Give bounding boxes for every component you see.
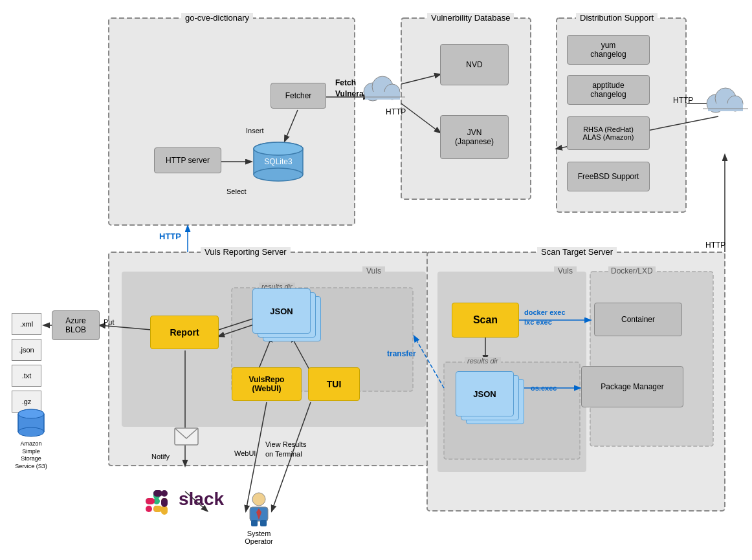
svg-rect-73: [251, 520, 258, 526]
http-server-component: HTTP server: [154, 147, 221, 173]
sqlite3-component: SQLite3: [251, 141, 305, 182]
svg-rect-62: [146, 506, 152, 512]
http-reporting-label: HTTP: [159, 232, 181, 241]
jvn-component: JVN (Japanese): [440, 115, 509, 159]
apptitude-changelog: apptitude changelog: [567, 75, 650, 105]
slack-logo: [139, 480, 178, 521]
scan-target-server-label: Scan Target Server: [537, 247, 617, 257]
svg-line-16: [100, 325, 151, 330]
svg-point-38: [254, 168, 303, 181]
svg-rect-9: [590, 272, 713, 446]
vulsrepo-component: VulsRepo (WebUI): [232, 367, 302, 401]
yum-changelog: yum changelog: [567, 35, 650, 65]
rhsa-alas: RHSA (RedHat) ALAS (Amazon): [567, 116, 650, 150]
json-file-icon: .json: [12, 339, 41, 361]
svg-rect-66: [153, 506, 162, 512]
slack-text: slack: [179, 489, 224, 510]
top-right-cloud: [703, 84, 748, 118]
select-label: Select: [227, 188, 247, 195]
system-operator: System Operator: [233, 488, 285, 545]
svg-line-19: [219, 323, 258, 336]
insert-label: Insert: [246, 127, 264, 135]
view-results-label: View Results on Terminal: [265, 440, 306, 460]
svg-point-55: [18, 427, 44, 436]
svg-line-11: [401, 74, 440, 84]
svg-point-39: [254, 142, 303, 155]
txt-file-icon: .txt: [12, 365, 41, 387]
svg-rect-68: [153, 490, 162, 497]
fetcher-component: Fetcher: [271, 83, 326, 109]
vuls-inner-reporting-label: Vuls: [362, 266, 385, 275]
notify-label: Notify: [151, 453, 170, 460]
s3-bucket: Amazon Simple Storage Service (S3): [12, 407, 50, 471]
transfer-label: transfer: [387, 349, 416, 358]
go-cve-dict-label: go-cve-dictionary: [181, 13, 253, 23]
http-scan-label: HTTP: [705, 241, 725, 250]
svg-point-70: [252, 493, 265, 506]
put-label: Put: [104, 318, 115, 326]
docker-lxd-label: Docker/LXD: [608, 266, 656, 275]
xml-file-icon: .xml: [12, 313, 41, 335]
svg-point-56: [18, 409, 44, 418]
report-component: Report: [150, 316, 219, 349]
azure-blob: Azure BLOB: [52, 310, 100, 340]
svg-line-21: [291, 336, 311, 372]
svg-rect-69: [161, 498, 168, 507]
container-component: Container: [594, 303, 682, 336]
freebsd-support: FreeBSD Support: [567, 162, 650, 191]
docker-exec-label: docker exec lxc exec: [524, 308, 566, 328]
svg-rect-44: [365, 92, 400, 100]
svg-line-13: [285, 110, 298, 141]
package-manager-component: Package Manager: [581, 366, 683, 407]
mail-icon: [173, 427, 199, 448]
svg-text:SQLite3: SQLite3: [264, 157, 293, 166]
vuls-reporting-label: Vuls Reporting Server: [201, 247, 291, 257]
vulnerability-db-label: Vulnerbility Database: [427, 13, 514, 23]
svg-rect-74: [260, 520, 267, 526]
center-cloud: [360, 72, 405, 107]
nvd-component: NVD: [440, 44, 509, 85]
http-center-label: HTTP: [386, 107, 406, 116]
svg-line-22: [414, 336, 444, 388]
scan-component: Scan: [452, 303, 519, 338]
http-top-right-label: HTTP: [673, 96, 693, 105]
diagram-container: go-cve-dictionary Vulnerbility Database …: [0, 0, 752, 560]
svg-line-12: [401, 103, 440, 133]
vuls-inner-scan-label: Vuls: [554, 266, 577, 275]
os-exec-label: os.exec: [531, 384, 557, 392]
svg-rect-49: [708, 103, 743, 111]
svg-rect-63: [146, 498, 155, 504]
results-dir-scan-label: results dir: [465, 357, 501, 365]
webui-label: WebUI: [234, 449, 256, 457]
tui-component: TUI: [308, 367, 360, 401]
distribution-support-label: Distribution Support: [576, 13, 658, 23]
